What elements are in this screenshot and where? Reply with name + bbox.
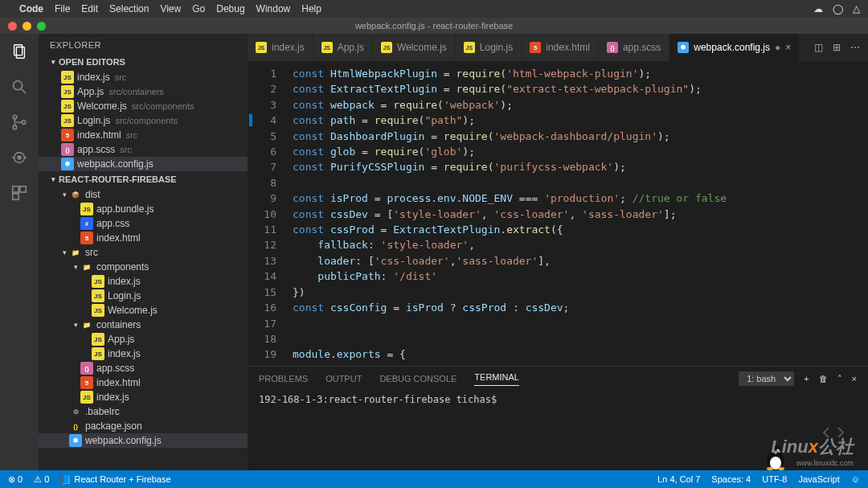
open-editor-item[interactable]: {}app.scsssrc [39, 142, 248, 157]
svg-rect-13 [13, 194, 18, 199]
editor-tab[interactable]: {}app.scss [599, 34, 669, 61]
file-item[interactable]: JSindex.js [39, 390, 248, 404]
svg-point-19 [767, 467, 773, 470]
split-editor-icon[interactable]: ◫ [814, 42, 823, 53]
folder-item[interactable]: ▾📁components [39, 260, 248, 274]
more-actions-icon[interactable]: ⋯ [850, 42, 860, 53]
file-item[interactable]: JSApp.js [39, 332, 248, 347]
menu-window[interactable]: Window [256, 3, 291, 14]
status-position[interactable]: Ln 4, Col 7 [657, 474, 700, 484]
status-warnings[interactable]: ⚠ 0 [34, 474, 49, 485]
file-item[interactable]: JSapp.bundle.js [39, 202, 248, 216]
file-item[interactable]: JSindex.js [39, 347, 248, 361]
menu-help[interactable]: Help [301, 3, 321, 14]
debug-icon[interactable] [10, 148, 29, 167]
svg-rect-0 [14, 45, 23, 55]
status-errors[interactable]: ⊗ 0 [8, 474, 23, 485]
menubar-icon-1[interactable]: ☁ [813, 3, 823, 14]
menu-app[interactable]: Code [19, 3, 43, 14]
open-editor-item[interactable]: 5index.htmlsrc [39, 128, 248, 142]
file-item[interactable]: ⬢webpack.config.js [39, 433, 248, 448]
menu-debug[interactable]: Debug [216, 3, 244, 14]
folder-item[interactable]: ▾📁containers [39, 318, 248, 332]
line-gutter: 1234▌567891011121314151617181920 [248, 61, 286, 366]
window-minimize-button[interactable] [23, 22, 31, 31]
open-editor-item[interactable]: JSWelcome.jssrc/components [39, 99, 248, 113]
project-header[interactable]: REACT-ROUTER-FIREBASE [39, 172, 248, 187]
svg-line-3 [22, 89, 27, 94]
svg-point-18 [777, 449, 780, 452]
editor-tab[interactable]: JSLogin.js [456, 34, 522, 61]
file-item[interactable]: JSindex.js [39, 274, 248, 289]
sidebar-explorer: EXPLORER OPEN EDITORS JSindex.jssrcJSApp… [39, 34, 248, 470]
minimap[interactable] [854, 61, 868, 366]
menu-go[interactable]: Go [192, 3, 205, 14]
status-feedback-icon[interactable]: ☺ [851, 474, 860, 484]
file-item[interactable]: #app.css [39, 216, 248, 231]
svg-point-16 [770, 445, 781, 457]
brackets-decoration [821, 424, 845, 443]
toggle-panel-icon[interactable]: ⊞ [833, 42, 841, 53]
open-editor-item[interactable]: ⬢webpack.config.js [39, 157, 248, 171]
menu-edit[interactable]: Edit [81, 3, 98, 14]
editor-tab[interactable]: 5index.html [522, 34, 599, 61]
open-editor-item[interactable]: JSindex.jssrc [39, 70, 248, 84]
open-editors-header[interactable]: OPEN EDITORS [39, 55, 248, 69]
svg-point-8 [18, 156, 21, 159]
open-editor-item[interactable]: JSLogin.jssrc/components [39, 113, 248, 128]
editor-tab[interactable]: JSWelcome.js [373, 34, 456, 61]
close-tab-icon[interactable]: × [785, 42, 791, 53]
editor-area: JSindex.jsJSApp.jsJSWelcome.jsJSLogin.js… [248, 34, 868, 470]
svg-point-2 [14, 81, 23, 90]
extensions-icon[interactable] [10, 183, 29, 203]
close-panel-icon[interactable]: × [852, 374, 857, 383]
maximize-panel-icon[interactable]: ˄ [837, 374, 842, 384]
file-item[interactable]: ⚙.babelrc [39, 404, 248, 419]
dirty-indicator-icon: ● [775, 42, 780, 53]
menubar-icon-2[interactable]: ◯ [833, 3, 843, 14]
editor-tab[interactable]: ⬢webpack.config.js●× [669, 34, 800, 61]
window-close-button[interactable] [8, 22, 17, 31]
file-item[interactable]: JSLogin.js [39, 289, 248, 303]
file-item[interactable]: 5index.html [39, 375, 248, 390]
folder-item[interactable]: ▾📁src [39, 245, 248, 260]
macos-menubar: Code File Edit Selection View Go Debug W… [0, 0, 868, 18]
editor-tab[interactable]: JSApp.js [313, 34, 373, 61]
source-control-icon[interactable] [10, 113, 29, 132]
status-spaces[interactable]: Spaces: 4 [711, 474, 751, 484]
svg-point-5 [13, 125, 17, 129]
terminal-select[interactable]: 1: bash [739, 371, 794, 386]
explorer-icon[interactable] [10, 42, 29, 61]
panel-tab[interactable]: TERMINAL [474, 372, 519, 386]
code-content[interactable]: const HtmlWebpackPlugin = require('html-… [286, 61, 854, 366]
file-item[interactable]: {}app.scss [39, 361, 248, 375]
activity-bar [0, 34, 39, 470]
search-icon[interactable] [10, 77, 29, 96]
status-branch[interactable]: 📘 React Router + Firebase [60, 474, 170, 485]
panel-tabs: PROBLEMSOUTPUTDEBUG CONSOLETERMINAL1: ba… [248, 367, 868, 391]
open-editor-item[interactable]: JSApp.jssrc/containers [39, 84, 248, 99]
code-editor[interactable]: 1234▌567891011121314151617181920 const H… [248, 61, 868, 366]
panel-tab[interactable]: DEBUG CONSOLE [379, 374, 457, 383]
menu-selection[interactable]: Selection [109, 3, 149, 14]
panel-tab[interactable]: PROBLEMS [259, 374, 308, 383]
file-item[interactable]: 5index.html [39, 231, 248, 245]
menubar-icon-3[interactable]: △ [853, 3, 860, 14]
editor-tab[interactable]: JSindex.js [248, 34, 313, 61]
file-item[interactable]: {}package.json [39, 419, 248, 433]
file-item[interactable]: JSWelcome.js [39, 303, 248, 318]
kill-terminal-icon[interactable]: 🗑 [819, 374, 828, 383]
svg-rect-1 [16, 47, 24, 59]
tux-decoration [764, 443, 788, 470]
status-bar: ⊗ 0 ⚠ 0 📘 React Router + Firebase Ln 4, … [0, 470, 868, 488]
menu-file[interactable]: File [55, 3, 70, 14]
panel-tab[interactable]: OUTPUT [326, 374, 362, 383]
window-maximize-button[interactable] [37, 22, 46, 31]
folder-item[interactable]: ▾📦dist [39, 187, 248, 202]
svg-rect-11 [13, 187, 18, 192]
menu-view[interactable]: View [160, 3, 181, 14]
status-encoding[interactable]: UTF-8 [762, 474, 787, 484]
status-language[interactable]: JavaScript [798, 474, 839, 484]
new-terminal-icon[interactable]: + [804, 374, 809, 383]
svg-point-20 [778, 467, 784, 470]
